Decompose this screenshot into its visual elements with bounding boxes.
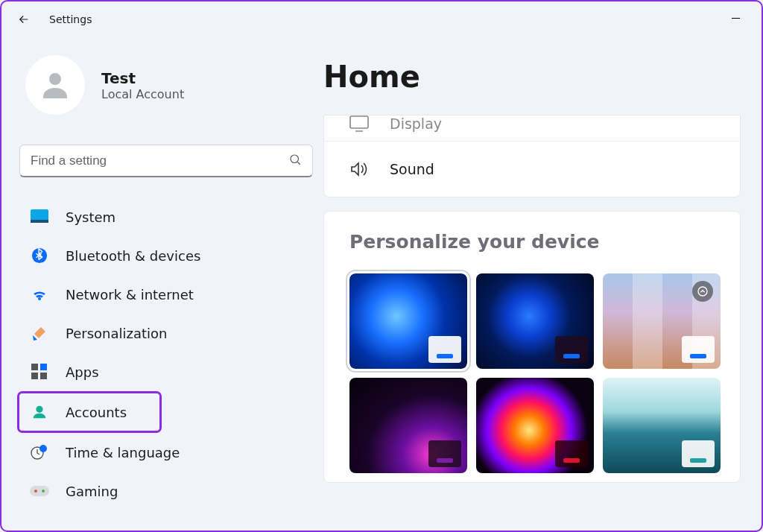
sidebar-item-bluetooth[interactable]: Bluetooth & devices	[19, 237, 308, 274]
svg-rect-12	[30, 486, 49, 496]
svg-point-13	[34, 490, 37, 493]
sidebar-item-accounts[interactable]: Accounts	[19, 393, 159, 431]
window-controls	[718, 6, 753, 30]
sidebar: Test Local Account System Bluetooth &	[1, 37, 323, 531]
search-icon	[288, 153, 302, 169]
row-label: Sound	[390, 161, 434, 177]
gamepad-icon	[30, 481, 49, 501]
theme-option[interactable]	[603, 273, 721, 369]
svg-rect-5	[31, 364, 38, 370]
person-silhouette-icon	[37, 67, 73, 103]
avatar	[25, 55, 85, 115]
theme-option[interactable]	[603, 378, 721, 473]
theme-grid	[349, 273, 724, 473]
user-subtitle: Local Account	[101, 87, 184, 101]
user-name: Test	[101, 69, 184, 87]
wifi-icon	[30, 285, 49, 304]
apps-icon	[30, 362, 49, 381]
personalize-card: Personalize your device	[323, 211, 741, 483]
sidebar-item-label: Time & language	[66, 445, 180, 460]
system-icon	[30, 207, 49, 227]
quick-row-sound[interactable]: Sound	[324, 142, 740, 197]
spotlight-icon	[692, 281, 713, 302]
theme-option[interactable]	[476, 273, 594, 369]
window-title: Settings	[49, 13, 92, 25]
theme-preview	[555, 440, 588, 467]
svg-point-11	[39, 445, 47, 452]
row-label: Display	[390, 115, 442, 132]
svg-point-9	[36, 406, 42, 413]
sidebar-item-apps[interactable]: Apps	[19, 353, 308, 390]
clock-globe-icon	[30, 443, 49, 462]
sidebar-item-network[interactable]: Network & internet	[19, 276, 308, 313]
theme-option[interactable]	[349, 273, 467, 369]
page-title: Home	[323, 60, 762, 94]
theme-option[interactable]	[349, 378, 467, 473]
sidebar-item-system[interactable]: System	[19, 198, 308, 235]
sidebar-item-gaming[interactable]: Gaming	[19, 472, 308, 510]
sidebar-item-label: Bluetooth & devices	[66, 248, 200, 264]
search-input[interactable]	[31, 153, 279, 168]
svg-point-0	[49, 73, 61, 85]
svg-point-14	[42, 490, 45, 493]
quick-row-display[interactable]: Display	[324, 115, 740, 142]
theme-option[interactable]	[476, 378, 594, 473]
svg-rect-6	[40, 364, 47, 370]
main-content: Home Display Sound Personalize your devi…	[323, 37, 762, 531]
sidebar-item-label: Gaming	[66, 484, 118, 499]
theme-preview	[682, 336, 715, 363]
svg-rect-7	[31, 373, 38, 379]
personalize-heading: Personalize your device	[349, 231, 724, 253]
svg-point-1	[291, 155, 299, 163]
sidebar-item-label: Apps	[66, 364, 99, 380]
title-bar: Settings	[1, 1, 762, 37]
svg-point-16	[698, 287, 707, 296]
paintbrush-icon	[30, 323, 49, 343]
theme-preview	[428, 440, 461, 467]
sidebar-item-label: Personalization	[66, 326, 167, 341]
sidebar-nav: System Bluetooth & devices Network & int…	[19, 198, 308, 510]
theme-preview	[555, 336, 588, 363]
theme-preview	[428, 336, 461, 363]
display-icon	[349, 115, 369, 132]
back-button[interactable]	[10, 6, 37, 33]
search-box[interactable]	[19, 145, 313, 177]
sidebar-item-label: System	[66, 209, 115, 225]
svg-rect-3	[31, 220, 48, 223]
quick-settings-card: Display Sound	[323, 115, 741, 197]
arrow-left-icon	[17, 13, 31, 26]
sidebar-item-label: Network & internet	[66, 287, 194, 303]
sound-icon	[349, 161, 369, 177]
user-header[interactable]: Test Local Account	[19, 55, 308, 115]
minimize-button[interactable]	[718, 6, 753, 30]
theme-preview	[682, 440, 715, 467]
sidebar-item-personalization[interactable]: Personalization	[19, 314, 308, 352]
bluetooth-icon	[30, 246, 49, 265]
sidebar-item-label: Accounts	[66, 405, 127, 420]
svg-rect-15	[350, 116, 368, 128]
sidebar-item-time-language[interactable]: Time & language	[19, 434, 308, 471]
person-icon	[30, 402, 49, 422]
svg-rect-8	[40, 373, 47, 379]
